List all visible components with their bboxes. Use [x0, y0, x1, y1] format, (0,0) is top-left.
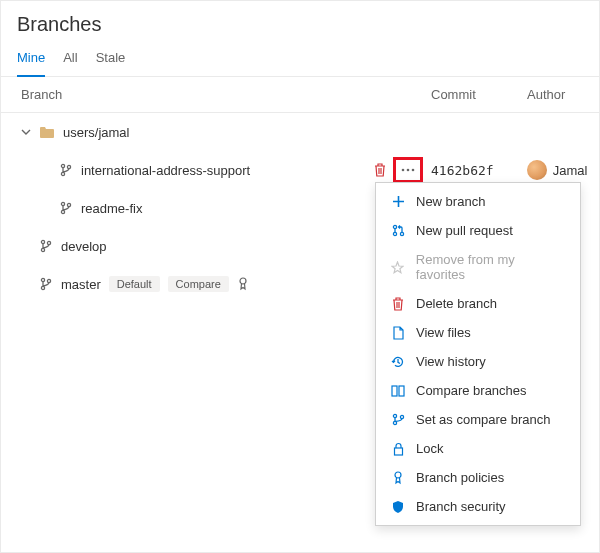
author-name: Jamal: [553, 163, 587, 178]
menu-label: View files: [416, 325, 471, 340]
folder-row[interactable]: users/jamal: [1, 113, 599, 151]
tab-stale[interactable]: Stale: [96, 42, 126, 76]
branch-icon: [59, 201, 73, 215]
policy-badge-icon: [237, 277, 249, 291]
menu-lock[interactable]: Lock: [376, 434, 580, 463]
chevron-down-icon: [21, 127, 31, 137]
svg-point-12: [41, 278, 44, 281]
menu-remove-favorite: Remove from my favorites: [376, 245, 580, 289]
branch-icon: [39, 239, 53, 253]
svg-point-5: [412, 169, 415, 172]
tab-all[interactable]: All: [63, 42, 77, 76]
svg-point-7: [61, 210, 64, 213]
plus-icon: [390, 195, 406, 208]
svg-point-13: [41, 286, 44, 289]
menu-label: Compare branches: [416, 383, 527, 398]
svg-rect-19: [392, 386, 397, 396]
branch-name: develop: [61, 239, 107, 254]
svg-point-8: [67, 203, 70, 206]
menu-branch-security[interactable]: Branch security: [376, 492, 580, 521]
tab-mine[interactable]: Mine: [17, 42, 45, 77]
menu-label: Delete branch: [416, 296, 497, 311]
default-tag: Default: [109, 276, 160, 292]
menu-new-pr[interactable]: New pull request: [376, 216, 580, 245]
branch-icon: [390, 413, 406, 426]
svg-point-2: [67, 165, 70, 168]
svg-point-21: [393, 414, 396, 417]
shield-icon: [390, 500, 406, 514]
svg-point-17: [393, 232, 396, 235]
svg-point-25: [395, 472, 401, 478]
menu-label: Branch policies: [416, 470, 504, 485]
branch-name: international-address-support: [81, 163, 250, 178]
file-icon: [390, 326, 406, 340]
svg-point-4: [407, 169, 410, 172]
column-headers: Branch Commit Author: [1, 77, 599, 113]
svg-point-1: [61, 172, 64, 175]
commit-hash[interactable]: 4162b62f: [431, 163, 527, 178]
header-commit: Commit: [431, 87, 527, 102]
svg-point-11: [47, 241, 50, 244]
menu-label: Lock: [416, 441, 443, 456]
svg-rect-20: [399, 386, 404, 396]
svg-point-6: [61, 202, 64, 205]
menu-label: Set as compare branch: [416, 412, 550, 427]
svg-point-3: [402, 169, 405, 172]
svg-point-18: [400, 232, 403, 235]
avatar: [527, 160, 547, 180]
menu-label: New branch: [416, 194, 485, 209]
branch-name: readme-fix: [81, 201, 142, 216]
trash-icon[interactable]: [373, 163, 387, 177]
more-actions-icon[interactable]: [395, 159, 421, 181]
tabs: Mine All Stale: [1, 42, 599, 77]
policy-badge-icon: [390, 471, 406, 485]
menu-label: Remove from my favorites: [416, 252, 566, 282]
menu-label: New pull request: [416, 223, 513, 238]
compare-tag: Compare: [168, 276, 229, 292]
svg-point-9: [41, 240, 44, 243]
menu-delete-branch[interactable]: Delete branch: [376, 289, 580, 318]
svg-point-16: [393, 225, 396, 228]
svg-point-10: [41, 248, 44, 251]
branch-context-menu: New branch New pull request Remove from …: [375, 182, 581, 526]
page-title: Branches: [1, 1, 599, 42]
svg-rect-24: [394, 448, 402, 455]
star-outline-icon: [390, 261, 406, 274]
header-branch: Branch: [21, 87, 431, 102]
lock-icon: [390, 442, 406, 456]
menu-compare-branches[interactable]: Compare branches: [376, 376, 580, 405]
menu-view-history[interactable]: View history: [376, 347, 580, 376]
pull-request-icon: [390, 224, 406, 237]
trash-icon: [390, 297, 406, 311]
header-author: Author: [527, 87, 587, 102]
history-icon: [390, 355, 406, 369]
menu-label: View history: [416, 354, 486, 369]
menu-branch-policies[interactable]: Branch policies: [376, 463, 580, 492]
svg-point-0: [61, 164, 64, 167]
menu-new-branch[interactable]: New branch: [376, 187, 580, 216]
menu-set-compare[interactable]: Set as compare branch: [376, 405, 580, 434]
folder-icon: [39, 125, 55, 139]
svg-point-15: [240, 278, 246, 284]
folder-name: users/jamal: [63, 125, 129, 140]
svg-point-14: [47, 279, 50, 282]
branch-icon: [59, 163, 73, 177]
branch-icon: [39, 277, 53, 291]
compare-icon: [390, 385, 406, 397]
svg-point-23: [400, 415, 403, 418]
branch-name: master: [61, 277, 101, 292]
menu-label: Branch security: [416, 499, 506, 514]
menu-view-files[interactable]: View files: [376, 318, 580, 347]
